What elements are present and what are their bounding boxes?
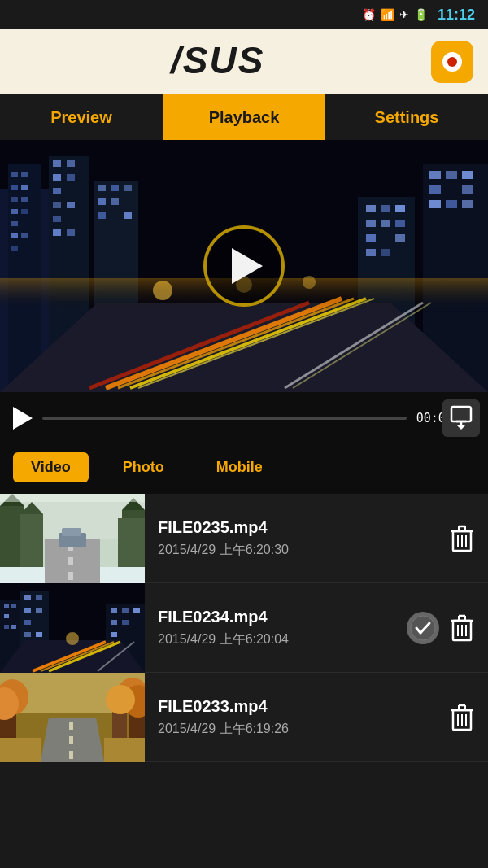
file-date: 2015/4/29 上午6:20:04 — [158, 631, 394, 648]
tab-settings[interactable]: Settings — [325, 94, 488, 140]
svg-rect-148 — [69, 736, 73, 744]
svg-rect-24 — [53, 216, 61, 222]
record-dot — [442, 52, 462, 72]
svg-rect-84 — [68, 557, 73, 565]
svg-rect-11 — [21, 209, 28, 214]
asus-logo: /SUS — [163, 37, 325, 86]
svg-rect-39 — [366, 220, 376, 227]
playback-controls: 00:00:00 — [0, 392, 488, 444]
svg-rect-45 — [381, 249, 390, 256]
svg-rect-7 — [21, 185, 28, 190]
svg-rect-12 — [11, 221, 18, 226]
svg-rect-100 — [4, 604, 9, 608]
svg-rect-34 — [124, 212, 132, 219]
svg-rect-107 — [36, 595, 42, 600]
svg-rect-25 — [53, 229, 61, 236]
svg-rect-21 — [53, 188, 61, 194]
svg-rect-108 — [24, 608, 31, 613]
svg-rect-54 — [462, 200, 473, 208]
progress-bar[interactable] — [42, 417, 407, 420]
record-button[interactable] — [431, 41, 473, 83]
file-thumbnail — [0, 583, 145, 673]
file-actions — [447, 701, 488, 734]
check-button[interactable] — [407, 612, 439, 644]
svg-rect-88 — [0, 567, 45, 583]
svg-rect-41 — [395, 220, 405, 227]
svg-rect-101 — [11, 604, 16, 608]
svg-rect-15 — [11, 246, 18, 251]
file-date: 2015/4/29 上午6:19:26 — [158, 721, 434, 738]
status-bar: ⏰ 📶 ✈ 🔋 11:12 — [0, 0, 488, 29]
status-icons: ⏰ 📶 ✈ 🔋 11:12 — [362, 7, 475, 24]
play-button-overlay[interactable] — [203, 225, 285, 307]
svg-rect-112 — [36, 632, 42, 637]
svg-rect-50 — [429, 185, 441, 194]
delete-button[interactable] — [447, 612, 477, 644]
svg-rect-111 — [24, 632, 31, 637]
filter-mobile[interactable]: Mobile — [198, 452, 281, 482]
svg-point-144 — [106, 685, 135, 714]
file-info: FILE0233.mp4 2015/4/29 上午6:19:26 — [145, 697, 447, 738]
svg-rect-119 — [111, 632, 117, 637]
svg-text:/SUS: /SUS — [169, 39, 264, 78]
svg-rect-109 — [36, 608, 42, 613]
svg-rect-67 — [451, 407, 471, 421]
file-thumbnail — [0, 494, 145, 583]
file-date: 2015/4/29 上午6:20:30 — [158, 542, 434, 559]
svg-rect-48 — [446, 171, 457, 179]
svg-rect-5 — [21, 172, 28, 177]
svg-rect-14 — [21, 233, 28, 238]
file-item[interactable]: FILE0234.mp4 2015/4/29 上午6:20:04 — [0, 583, 488, 673]
svg-rect-28 — [98, 185, 106, 191]
svg-rect-22 — [53, 202, 61, 208]
tab-preview[interactable]: Preview — [0, 94, 163, 140]
svg-rect-20 — [67, 174, 75, 181]
svg-rect-117 — [111, 620, 117, 625]
svg-rect-85 — [68, 572, 73, 580]
video-preview[interactable] — [0, 140, 488, 392]
svg-rect-29 — [111, 185, 119, 191]
svg-rect-152 — [0, 738, 41, 762]
airplane-icon: ✈ — [399, 8, 409, 21]
delete-button[interactable] — [447, 522, 477, 555]
file-name: FILE0235.mp4 — [158, 518, 434, 537]
svg-rect-23 — [67, 202, 75, 208]
svg-rect-33 — [98, 212, 106, 219]
svg-rect-38 — [395, 205, 405, 212]
svg-rect-40 — [381, 220, 390, 227]
svg-rect-43 — [395, 234, 405, 242]
delete-button[interactable] — [447, 701, 477, 734]
filter-photo[interactable]: Photo — [105, 452, 182, 482]
svg-rect-17 — [53, 160, 61, 167]
status-time: 11:12 — [438, 7, 475, 24]
filter-video[interactable]: Video — [13, 452, 89, 482]
svg-rect-87 — [62, 528, 81, 536]
svg-rect-10 — [11, 209, 18, 214]
file-thumbnail — [0, 673, 145, 762]
svg-rect-118 — [122, 620, 129, 625]
svg-rect-114 — [111, 608, 117, 613]
svg-rect-26 — [67, 229, 75, 236]
svg-rect-49 — [462, 171, 473, 179]
svg-rect-44 — [366, 249, 376, 256]
alarm-icon: ⏰ — [362, 8, 376, 21]
svg-rect-116 — [133, 608, 140, 613]
svg-rect-106 — [24, 595, 31, 600]
svg-rect-47 — [429, 171, 441, 179]
file-info: FILE0235.mp4 2015/4/29 上午6:20:30 — [145, 518, 447, 559]
svg-rect-153 — [104, 738, 145, 762]
file-list: FILE0235.mp4 2015/4/29 上午6:20:30 — [0, 494, 488, 762]
file-item[interactable]: FILE0235.mp4 2015/4/29 上午6:20:30 — [0, 494, 488, 583]
file-item[interactable]: FILE0233.mp4 2015/4/29 上午6:19:26 — [0, 673, 488, 762]
file-actions — [447, 522, 488, 555]
tab-playback[interactable]: Playback — [163, 94, 325, 140]
svg-rect-19 — [53, 174, 61, 181]
svg-marker-70 — [456, 425, 466, 430]
svg-rect-18 — [67, 160, 75, 167]
svg-rect-37 — [381, 205, 390, 212]
svg-rect-147 — [69, 722, 73, 730]
play-small-button[interactable] — [13, 407, 33, 430]
download-button[interactable] — [442, 399, 480, 437]
svg-rect-31 — [98, 198, 106, 205]
svg-rect-9 — [21, 197, 28, 202]
